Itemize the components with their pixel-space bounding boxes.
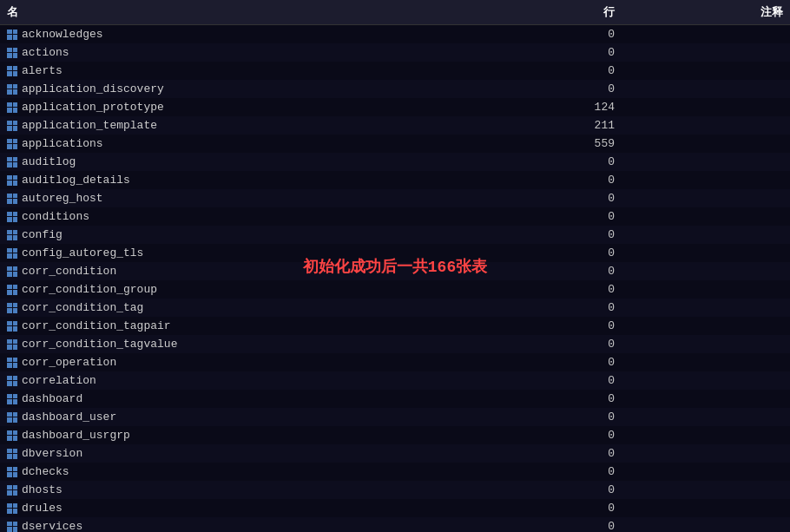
table-icon (7, 394, 17, 404)
table-row: autoreg_host0 (0, 189, 790, 207)
row-name-label: auditlog (22, 155, 76, 168)
cell-rows: 0 (474, 25, 632, 44)
cell-notes (632, 153, 790, 171)
cell-name: applications (0, 135, 474, 153)
cell-rows: 0 (474, 481, 632, 499)
header-notes: 注释 (632, 0, 790, 25)
cell-rows: 0 (474, 335, 632, 353)
cell-name: application_prototype (0, 98, 474, 116)
table-row: dchecks0 (0, 463, 790, 481)
row-name-label: application_template (22, 119, 157, 132)
table-icon (7, 412, 17, 423)
data-table: 名 行 注释 acknowledges0actions0alerts0appli… (0, 0, 790, 532)
cell-rows: 0 (474, 371, 632, 390)
table-row: application_discovery0 (0, 80, 790, 98)
cell-name: drules (0, 499, 474, 517)
cell-notes (632, 226, 790, 244)
cell-rows: 0 (474, 317, 632, 335)
cell-name: dchecks (0, 463, 474, 481)
cell-rows: 0 (474, 280, 632, 299)
table-row: applications559 (0, 135, 790, 153)
cell-name: corr_condition_tagpair (0, 317, 474, 335)
row-name-label: corr_condition_group (22, 283, 157, 296)
cell-rows: 0 (474, 80, 632, 98)
table-row: config0 (0, 226, 790, 244)
table-icon (7, 266, 17, 277)
cell-name: dhosts (0, 481, 474, 499)
cell-notes (632, 244, 790, 262)
table-icon (7, 485, 17, 496)
table-icon (7, 321, 17, 332)
table-row: corr_condition_tag0 (0, 299, 790, 317)
cell-notes (632, 262, 790, 280)
table-icon (7, 66, 17, 76)
cell-notes (632, 408, 790, 426)
cell-notes (632, 481, 790, 499)
table-row: conditions0 (0, 207, 790, 226)
row-name-label: corr_condition_tagpair (22, 319, 171, 332)
cell-rows: 0 (474, 517, 632, 532)
cell-rows: 0 (474, 463, 632, 481)
cell-rows: 124 (474, 98, 632, 116)
table-row: dashboard_user0 (0, 408, 790, 426)
cell-name: corr_condition_group (0, 280, 474, 299)
row-name-label: alerts (22, 64, 63, 77)
cell-rows: 0 (474, 426, 632, 444)
row-name-label: autoreg_host (22, 192, 103, 205)
table-row: corr_condition_tagpair0 (0, 317, 790, 335)
cell-rows: 559 (474, 135, 632, 153)
cell-rows: 0 (474, 353, 632, 371)
row-name-label: dhosts (22, 483, 63, 496)
table-row: application_prototype124 (0, 98, 790, 116)
cell-rows: 211 (474, 116, 632, 135)
table-icon (7, 212, 17, 222)
table-icon (7, 376, 17, 386)
table-icon (7, 467, 17, 477)
table-icon (7, 175, 17, 186)
cell-name: application_template (0, 116, 474, 135)
table-icon (7, 522, 17, 532)
row-name-label: corr_operation (22, 356, 116, 369)
table-container[interactable]: 名 行 注释 acknowledges0actions0alerts0appli… (0, 0, 790, 532)
cell-name: dashboard (0, 390, 474, 408)
cell-notes (632, 371, 790, 390)
table-row: auditlog_details0 (0, 171, 790, 189)
table-row: config_autoreg_tls0 (0, 244, 790, 262)
row-name-label: corr_condition_tagvalue (22, 338, 177, 351)
row-name-label: corr_condition_tag (22, 301, 143, 314)
cell-rows: 0 (474, 244, 632, 262)
row-name-label: dchecks (22, 465, 69, 478)
table-icon (7, 248, 17, 259)
cell-name: dservices (0, 517, 474, 532)
cell-name: config (0, 226, 474, 244)
cell-rows: 0 (474, 444, 632, 463)
row-name-label: application_discovery (22, 82, 164, 95)
table-icon (7, 358, 17, 368)
cell-name: dashboard_user (0, 408, 474, 426)
table-row: corr_condition_tagvalue0 (0, 335, 790, 353)
table-icon (7, 157, 17, 167)
row-name-label: auditlog_details (22, 174, 130, 187)
cell-name: correlation (0, 371, 474, 390)
table-row: dservices0 (0, 517, 790, 532)
cell-notes (632, 25, 790, 44)
table-icon (7, 303, 17, 313)
main-wrapper: 名 行 注释 acknowledges0actions0alerts0appli… (0, 0, 790, 532)
table-icon (7, 30, 17, 40)
cell-rows: 0 (474, 408, 632, 426)
table-row: corr_condition_group0 (0, 280, 790, 299)
cell-rows: 0 (474, 262, 632, 280)
table-row: dashboard_usrgrp0 (0, 426, 790, 444)
table-body: acknowledges0actions0alerts0application_… (0, 25, 790, 533)
table-icon (7, 102, 17, 113)
cell-rows: 0 (474, 171, 632, 189)
cell-name: application_discovery (0, 80, 474, 98)
row-name-label: actions (22, 46, 69, 59)
cell-rows: 0 (474, 299, 632, 317)
cell-name: autoreg_host (0, 189, 474, 207)
table-icon (7, 230, 17, 240)
table-icon (7, 449, 17, 459)
cell-name: corr_condition (0, 262, 474, 280)
cell-rows: 0 (474, 43, 632, 62)
cell-name: dashboard_usrgrp (0, 426, 474, 444)
